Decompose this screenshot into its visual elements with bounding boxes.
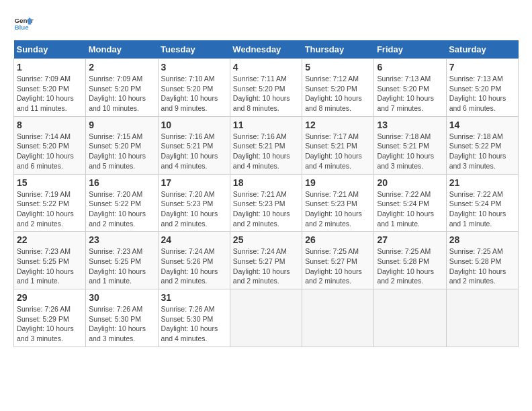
day-number: 27 [377,234,443,245]
calendar-day-cell: 13 Sunrise: 7:18 AM Sunset: 5:21 PM Dayl… [374,116,446,174]
logo: General Blue [13,13,34,34]
day-info: Sunrise: 7:22 AM Sunset: 5:24 PM Dayligh… [449,189,515,229]
day-info: Sunrise: 7:25 AM Sunset: 5:28 PM Dayligh… [449,246,515,286]
calendar-day-cell: 10 Sunrise: 7:16 AM Sunset: 5:21 PM Dayl… [158,116,230,174]
day-info: Sunrise: 7:10 AM Sunset: 5:20 PM Dayligh… [161,74,227,113]
header: General Blue [13,13,519,34]
calendar-day-cell: 29 Sunrise: 7:26 AM Sunset: 5:29 PM Dayl… [14,289,86,347]
calendar-day-cell: 28 Sunrise: 7:25 AM Sunset: 5:28 PM Dayl… [446,232,518,289]
calendar-day-cell: 16 Sunrise: 7:20 AM Sunset: 5:22 PM Dayl… [86,174,158,232]
day-number: 1 [17,62,83,73]
calendar-header-row: SundayMondayTuesdayWednesdayThursdayFrid… [14,40,519,59]
day-number: 19 [305,177,371,188]
calendar-day-cell: 1 Sunrise: 7:09 AM Sunset: 5:20 PM Dayli… [14,59,86,117]
day-info: Sunrise: 7:25 AM Sunset: 5:28 PM Dayligh… [377,246,443,286]
calendar-day-cell: 3 Sunrise: 7:10 AM Sunset: 5:20 PM Dayli… [158,59,230,117]
header-day-saturday: Saturday [446,40,518,59]
day-number: 7 [449,62,515,73]
empty-cell [302,289,374,347]
day-info: Sunrise: 7:18 AM Sunset: 5:22 PM Dayligh… [449,132,515,171]
day-number: 8 [17,120,83,130]
day-number: 3 [161,62,227,73]
calendar-day-cell: 21 Sunrise: 7:22 AM Sunset: 5:24 PM Dayl… [446,174,518,232]
day-info: Sunrise: 7:21 AM Sunset: 5:23 PM Dayligh… [305,189,371,229]
calendar-day-cell: 7 Sunrise: 7:13 AM Sunset: 5:20 PM Dayli… [446,59,518,117]
empty-cell [230,289,302,347]
calendar-day-cell: 26 Sunrise: 7:25 AM Sunset: 5:27 PM Dayl… [302,232,374,289]
calendar-table: SundayMondayTuesdayWednesdayThursdayFrid… [13,40,519,347]
calendar-day-cell: 24 Sunrise: 7:24 AM Sunset: 5:26 PM Dayl… [158,232,230,289]
calendar-day-cell: 6 Sunrise: 7:13 AM Sunset: 5:20 PM Dayli… [374,59,446,117]
calendar-day-cell: 4 Sunrise: 7:11 AM Sunset: 5:20 PM Dayli… [230,59,302,117]
day-info: Sunrise: 7:26 AM Sunset: 5:30 PM Dayligh… [161,304,227,344]
day-info: Sunrise: 7:18 AM Sunset: 5:21 PM Dayligh… [377,132,443,171]
day-number: 5 [305,62,371,73]
day-number: 2 [89,62,154,73]
day-info: Sunrise: 7:09 AM Sunset: 5:20 PM Dayligh… [89,74,154,113]
calendar-day-cell: 19 Sunrise: 7:21 AM Sunset: 5:23 PM Dayl… [302,174,374,232]
calendar-day-cell: 20 Sunrise: 7:22 AM Sunset: 5:24 PM Dayl… [374,174,446,232]
day-info: Sunrise: 7:14 AM Sunset: 5:20 PM Dayligh… [17,132,83,171]
calendar-day-cell: 15 Sunrise: 7:19 AM Sunset: 5:22 PM Dayl… [14,174,86,232]
calendar-week-row: 1 Sunrise: 7:09 AM Sunset: 5:20 PM Dayli… [14,59,519,117]
header-day-wednesday: Wednesday [230,40,302,59]
calendar-week-row: 22 Sunrise: 7:23 AM Sunset: 5:25 PM Dayl… [14,232,519,289]
day-number: 22 [17,234,83,245]
calendar-day-cell: 22 Sunrise: 7:23 AM Sunset: 5:25 PM Dayl… [14,232,86,289]
header-day-sunday: Sunday [14,40,86,59]
header-day-friday: Friday [374,40,446,59]
calendar-day-cell: 9 Sunrise: 7:15 AM Sunset: 5:20 PM Dayli… [86,116,158,174]
day-number: 11 [233,120,299,130]
header-day-thursday: Thursday [302,40,374,59]
day-number: 28 [449,234,515,245]
day-info: Sunrise: 7:24 AM Sunset: 5:26 PM Dayligh… [161,246,227,286]
calendar-day-cell: 25 Sunrise: 7:24 AM Sunset: 5:27 PM Dayl… [230,232,302,289]
day-number: 6 [377,62,443,73]
calendar-day-cell: 8 Sunrise: 7:14 AM Sunset: 5:20 PM Dayli… [14,116,86,174]
day-info: Sunrise: 7:25 AM Sunset: 5:27 PM Dayligh… [305,246,371,286]
day-info: Sunrise: 7:15 AM Sunset: 5:20 PM Dayligh… [89,132,154,171]
calendar-day-cell: 30 Sunrise: 7:26 AM Sunset: 5:30 PM Dayl… [86,289,158,347]
day-info: Sunrise: 7:26 AM Sunset: 5:29 PM Dayligh… [17,304,83,344]
day-number: 13 [377,120,443,130]
calendar-day-cell: 31 Sunrise: 7:26 AM Sunset: 5:30 PM Dayl… [158,289,230,347]
day-number: 14 [449,120,515,130]
day-number: 24 [161,234,227,245]
day-number: 29 [17,292,83,303]
day-info: Sunrise: 7:22 AM Sunset: 5:24 PM Dayligh… [377,189,443,229]
day-number: 15 [17,177,83,188]
empty-cell [446,289,518,347]
day-info: Sunrise: 7:20 AM Sunset: 5:22 PM Dayligh… [89,189,154,229]
day-info: Sunrise: 7:16 AM Sunset: 5:21 PM Dayligh… [233,132,299,171]
day-info: Sunrise: 7:23 AM Sunset: 5:25 PM Dayligh… [17,246,83,286]
day-number: 26 [305,234,371,245]
day-number: 20 [377,177,443,188]
day-info: Sunrise: 7:23 AM Sunset: 5:25 PM Dayligh… [89,246,154,286]
header-day-tuesday: Tuesday [158,40,230,59]
day-info: Sunrise: 7:16 AM Sunset: 5:21 PM Dayligh… [161,132,227,171]
empty-cell [374,289,446,347]
calendar-day-cell: 18 Sunrise: 7:21 AM Sunset: 5:23 PM Dayl… [230,174,302,232]
calendar-day-cell: 14 Sunrise: 7:18 AM Sunset: 5:22 PM Dayl… [446,116,518,174]
day-number: 31 [161,292,227,303]
calendar-day-cell: 23 Sunrise: 7:23 AM Sunset: 5:25 PM Dayl… [86,232,158,289]
day-number: 18 [233,177,299,188]
day-info: Sunrise: 7:13 AM Sunset: 5:20 PM Dayligh… [377,74,443,113]
calendar-week-row: 15 Sunrise: 7:19 AM Sunset: 5:22 PM Dayl… [14,174,519,232]
day-number: 25 [233,234,299,245]
day-number: 4 [233,62,299,73]
calendar-week-row: 29 Sunrise: 7:26 AM Sunset: 5:29 PM Dayl… [14,289,519,347]
logo-icon: General Blue [13,13,34,34]
day-info: Sunrise: 7:13 AM Sunset: 5:20 PM Dayligh… [449,74,515,113]
day-info: Sunrise: 7:09 AM Sunset: 5:20 PM Dayligh… [17,74,83,113]
day-info: Sunrise: 7:21 AM Sunset: 5:23 PM Dayligh… [233,189,299,229]
day-info: Sunrise: 7:20 AM Sunset: 5:23 PM Dayligh… [161,189,227,229]
calendar-day-cell: 2 Sunrise: 7:09 AM Sunset: 5:20 PM Dayli… [86,59,158,117]
calendar-day-cell: 17 Sunrise: 7:20 AM Sunset: 5:23 PM Dayl… [158,174,230,232]
calendar-day-cell: 27 Sunrise: 7:25 AM Sunset: 5:28 PM Dayl… [374,232,446,289]
day-number: 30 [89,292,154,303]
day-number: 16 [89,177,154,188]
day-info: Sunrise: 7:26 AM Sunset: 5:30 PM Dayligh… [89,304,154,344]
day-number: 12 [305,120,371,130]
day-info: Sunrise: 7:11 AM Sunset: 5:20 PM Dayligh… [233,74,299,113]
